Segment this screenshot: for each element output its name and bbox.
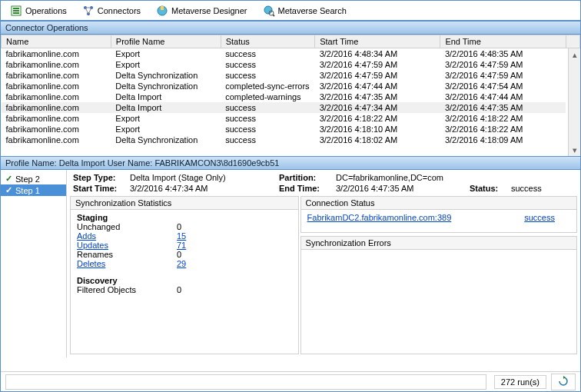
renames-label: Renames: [77, 250, 177, 259]
operations-icon: [10, 5, 22, 17]
refresh-button[interactable]: [551, 374, 576, 390]
table-row[interactable]: fabrikamonline.comDelta Synchronizations…: [2, 70, 580, 81]
col-status[interactable]: Status: [221, 35, 314, 48]
svg-rect-1: [13, 8, 19, 9]
step-label: Step 2: [15, 174, 40, 184]
connector-operations-header: Connector Operations: [1, 21, 580, 35]
table-row[interactable]: fabrikamonline.comExportsuccess3/2/2016 …: [2, 124, 580, 135]
scroll-down-icon[interactable]: ▾: [569, 144, 580, 156]
sync-statistics-title: Synchronization Statistics: [71, 197, 298, 210]
sync-errors-pane: Synchronization Errors: [300, 236, 577, 354]
mv-designer-label: Metaverse Designer: [171, 6, 247, 15]
step-label: Step 1: [15, 186, 40, 195]
sync-errors-title: Synchronization Errors: [301, 237, 576, 250]
step-item[interactable]: ✓Step 2: [1, 173, 66, 184]
svg-rect-3: [13, 12, 19, 14]
table-row[interactable]: fabrikamonline.comExportsuccess3/2/2016 …: [2, 48, 580, 60]
connection-result-link[interactable]: success: [524, 213, 555, 222]
mv-search-label: Metaverse Search: [278, 6, 347, 15]
col-name[interactable]: Name: [2, 35, 111, 48]
step-type-label: Step Type:: [73, 173, 127, 182]
col-end[interactable]: End Time: [440, 35, 566, 48]
staging-header: Staging: [77, 213, 292, 222]
mv-search-icon: [263, 5, 275, 17]
filtered-value: 0: [177, 285, 181, 294]
step-type-value: Delta Import (Stage Only): [130, 173, 276, 182]
col-profile[interactable]: Profile Name: [111, 35, 221, 48]
connectors-label: Connectors: [98, 6, 141, 15]
table-row[interactable]: fabrikamonline.comDelta Importcompleted-…: [2, 91, 580, 102]
mv-designer-icon: [156, 5, 168, 17]
deletes-value[interactable]: 29: [177, 259, 186, 268]
end-time-label: End Time:: [279, 184, 333, 193]
adds-value[interactable]: 15: [177, 231, 186, 241]
svg-rect-8: [161, 6, 164, 10]
connection-server-link[interactable]: FabrikamDC2.fabrikamonline.com:389: [307, 213, 452, 222]
filtered-label: Filtered Objects: [77, 285, 177, 294]
steps-list: ✓Step 2✓Step 1: [1, 170, 67, 357]
connectors-tab[interactable]: Connectors: [79, 3, 144, 18]
run-count: 272 run(s): [494, 375, 546, 389]
connection-status-pane: Connection Status FabrikamDC2.fabrikamon…: [300, 196, 577, 233]
updates-value[interactable]: 71: [177, 241, 186, 250]
table-row[interactable]: fabrikamonline.comExportsuccess3/2/2016 …: [2, 113, 580, 124]
refresh-icon: [558, 376, 569, 387]
table-row[interactable]: fabrikamonline.comExportsuccess3/2/2016 …: [2, 59, 580, 70]
step-info: Step Type: Delta Import (Stage Only) Par…: [67, 170, 580, 196]
deletes-link[interactable]: Deletes: [77, 259, 177, 268]
svg-line-11: [273, 15, 274, 16]
mv-designer-tab[interactable]: Metaverse Designer: [153, 3, 250, 18]
toolbar: Operations Connectors Metaverse Designer…: [1, 1, 580, 21]
status-spacer: [5, 374, 486, 390]
start-time-label: Start Time:: [73, 184, 127, 193]
end-time-value: 3/2/2016 4:47:35 AM: [336, 184, 466, 193]
discovery-header: Discovery: [77, 276, 292, 285]
table-row[interactable]: fabrikamonline.comDelta Importsuccess3/2…: [2, 102, 580, 113]
svg-point-9: [264, 6, 272, 14]
status-bar: 272 run(s): [1, 371, 580, 391]
unchanged-label: Unchanged: [77, 222, 177, 231]
check-icon: ✓: [5, 174, 12, 184]
status-label: Status:: [470, 184, 508, 193]
sync-statistics-pane: Synchronization Statistics Staging Uncha…: [70, 196, 299, 354]
detail-area: ✓Step 2✓Step 1 Step Type: Delta Import (…: [1, 170, 580, 357]
grid-scrollbar[interactable]: ▴ ▾: [568, 48, 580, 156]
svg-rect-2: [13, 10, 19, 12]
updates-link[interactable]: Updates: [77, 241, 177, 250]
table-row[interactable]: fabrikamonline.comDelta Synchronizations…: [2, 135, 580, 145]
profile-bar: Profile Name: Delta Import User Name: FA…: [1, 156, 580, 170]
col-start[interactable]: Start Time: [315, 35, 440, 48]
operations-tab[interactable]: Operations: [7, 3, 70, 18]
status-value: success: [511, 184, 574, 193]
scroll-up-icon[interactable]: ▴: [569, 48, 580, 61]
operations-grid-area: Name Profile Name Status Start Time End …: [1, 35, 580, 156]
start-time-value: 3/2/2016 4:47:34 AM: [130, 184, 276, 193]
table-row[interactable]: fabrikamonline.comDelta Synchronizationc…: [2, 81, 580, 91]
partition-label: Partition:: [279, 173, 333, 182]
col-scroll: [566, 35, 579, 48]
renames-value: 0: [177, 250, 181, 259]
operations-label: Operations: [25, 6, 67, 15]
connectors-icon: [82, 5, 95, 17]
operations-grid[interactable]: Name Profile Name Status Start Time End …: [1, 35, 580, 145]
check-icon: ✓: [5, 185, 12, 195]
step-item[interactable]: ✓Step 1: [1, 184, 66, 196]
connection-status-title: Connection Status: [301, 197, 576, 210]
mv-search-tab[interactable]: Metaverse Search: [260, 3, 350, 18]
unchanged-value: 0: [177, 222, 181, 231]
partition-value: DC=fabrikamonline,DC=com: [336, 173, 466, 182]
adds-link[interactable]: Adds: [77, 231, 177, 241]
